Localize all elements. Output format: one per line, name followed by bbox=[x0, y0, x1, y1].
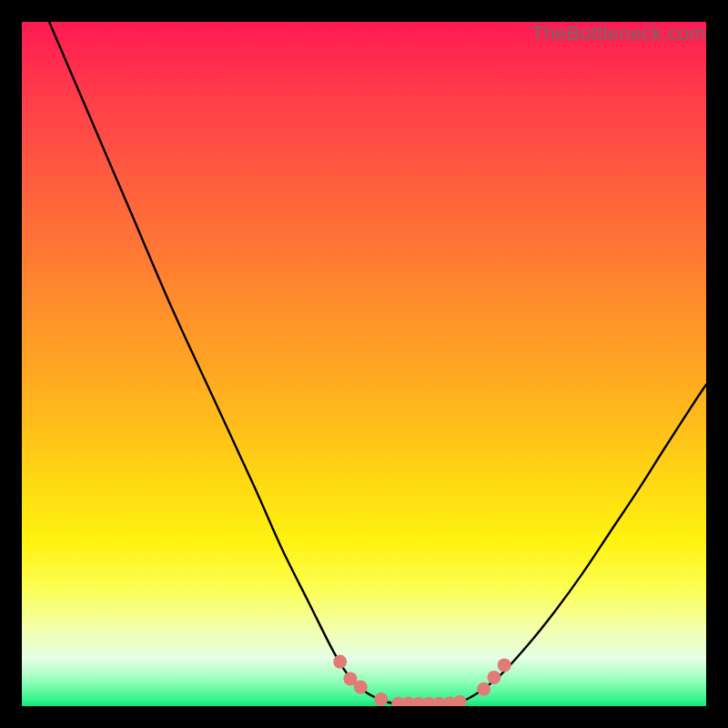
chart-svg bbox=[22, 22, 706, 706]
marker-group bbox=[333, 655, 511, 706]
data-marker bbox=[333, 655, 347, 669]
left-curve bbox=[49, 22, 399, 704]
data-marker bbox=[487, 671, 500, 684]
watermark-text: TheBottleneck.com bbox=[531, 22, 706, 46]
chart-gradient-area bbox=[22, 22, 706, 706]
right-curve bbox=[453, 385, 706, 704]
data-marker bbox=[498, 658, 511, 672]
data-marker bbox=[354, 680, 368, 693]
chart-frame: TheBottleneck.com bbox=[0, 0, 728, 728]
data-marker bbox=[477, 682, 490, 696]
data-marker bbox=[374, 693, 388, 706]
data-marker bbox=[453, 695, 467, 706]
